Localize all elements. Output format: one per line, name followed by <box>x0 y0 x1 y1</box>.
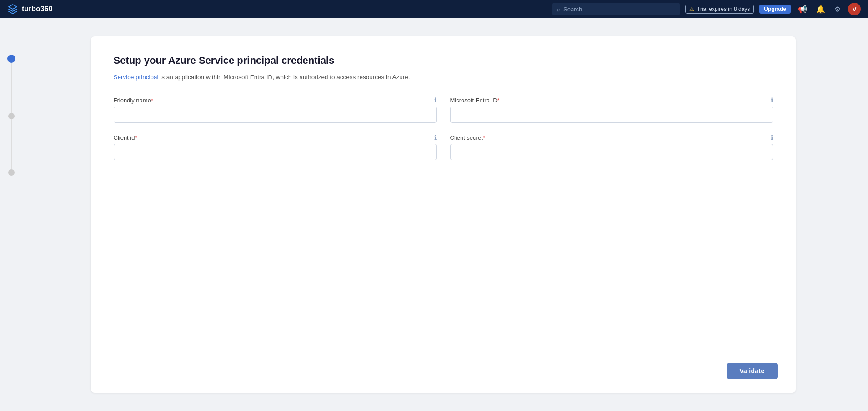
microsoft-entra-id-label: Microsoft Entra ID* <box>450 97 500 104</box>
friendly-name-label: Friendly name* <box>114 97 153 104</box>
client-secret-input[interactable] <box>450 144 773 160</box>
microsoft-entra-id-info-icon[interactable]: ℹ <box>771 96 773 104</box>
client-id-input[interactable] <box>114 144 437 160</box>
step-line-1 <box>11 63 12 113</box>
trial-warning-icon: ⚠ <box>689 6 694 12</box>
trial-text: Trial expires in 8 days <box>697 6 750 12</box>
friendly-name-info-icon[interactable]: ℹ <box>434 96 437 104</box>
description-suffix: is an application within Microsoft Entra… <box>160 74 410 81</box>
form-description: Service principal is an application with… <box>114 73 773 82</box>
page-title: Setup your Azure Service principal crede… <box>114 55 773 66</box>
friendly-name-required: * <box>151 97 153 104</box>
client-secret-field: Client secret* ℹ <box>450 134 773 160</box>
step-3-dot <box>8 169 15 176</box>
friendly-name-input[interactable] <box>114 107 437 123</box>
topnav: turbo360 ⌕ ⚠ Trial expires in 8 days Upg… <box>0 0 868 18</box>
client-secret-label-row: Client secret* ℹ <box>450 134 773 141</box>
logo-icon <box>7 4 18 15</box>
friendly-name-label-row: Friendly name* ℹ <box>114 96 437 104</box>
client-id-label-row: Client id* ℹ <box>114 134 437 141</box>
user-avatar-button[interactable]: V <box>848 3 861 15</box>
friendly-name-field: Friendly name* ℹ <box>114 96 437 123</box>
client-secret-required: * <box>483 134 485 141</box>
search-box[interactable]: ⌕ <box>552 3 680 15</box>
search-input[interactable] <box>563 6 675 13</box>
step-1-dot <box>7 55 15 63</box>
sidebar-stepper <box>0 18 23 411</box>
trial-badge: ⚠ Trial expires in 8 days <box>685 5 754 14</box>
search-icon: ⌕ <box>557 6 561 13</box>
client-id-field: Client id* ℹ <box>114 134 437 160</box>
main-content: Setup your Azure Service principal crede… <box>23 18 868 411</box>
service-principal-link[interactable]: Service principal <box>114 74 159 81</box>
client-secret-info-icon[interactable]: ℹ <box>771 134 773 141</box>
notifications-bell-button[interactable]: 🔔 <box>814 3 827 15</box>
page-body: Setup your Azure Service principal crede… <box>0 18 868 411</box>
megaphone-icon: 📢 <box>798 5 807 14</box>
logo-text: turbo360 <box>22 5 53 13</box>
gear-icon: ⚙ <box>834 5 841 14</box>
microsoft-entra-id-required: * <box>497 97 500 104</box>
form-grid: Friendly name* ℹ Microsoft Entra ID* ℹ <box>114 96 773 160</box>
validate-button[interactable]: Validate <box>727 363 777 379</box>
client-id-required: * <box>135 134 137 141</box>
client-id-label: Client id* <box>114 134 137 141</box>
step-line-2 <box>11 119 12 169</box>
notifications-megaphone-button[interactable]: 📢 <box>796 3 809 15</box>
bell-icon: 🔔 <box>816 5 825 14</box>
microsoft-entra-id-input[interactable] <box>450 107 773 123</box>
step-2-dot <box>8 113 15 119</box>
microsoft-entra-id-field: Microsoft Entra ID* ℹ <box>450 96 773 123</box>
microsoft-entra-id-label-row: Microsoft Entra ID* ℹ <box>450 96 773 104</box>
upgrade-button[interactable]: Upgrade <box>759 5 791 14</box>
settings-button[interactable]: ⚙ <box>833 3 843 15</box>
logo: turbo360 <box>7 4 53 15</box>
form-card: Setup your Azure Service principal crede… <box>91 36 796 393</box>
client-secret-label: Client secret* <box>450 134 485 141</box>
client-id-info-icon[interactable]: ℹ <box>434 134 437 141</box>
